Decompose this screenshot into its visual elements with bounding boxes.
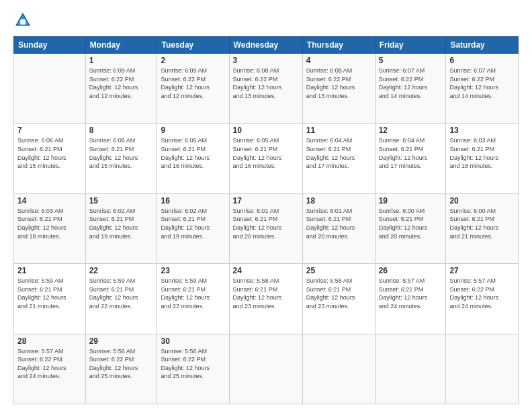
day-info: Sunrise: 6:04 AM Sunset: 6:21 PM Dayligh…	[379, 136, 443, 170]
calendar-cell: 4Sunrise: 6:08 AM Sunset: 6:22 PM Daylig…	[302, 54, 375, 124]
calendar-cell: 12Sunrise: 6:04 AM Sunset: 6:21 PM Dayli…	[375, 124, 446, 193]
day-info: Sunrise: 6:07 AM Sunset: 6:22 PM Dayligh…	[379, 66, 443, 100]
day-info: Sunrise: 6:06 AM Sunset: 6:21 PM Dayligh…	[89, 136, 154, 170]
svg-rect-2	[20, 19, 25, 24]
day-info: Sunrise: 6:00 AM Sunset: 6:21 PM Dayligh…	[379, 207, 443, 240]
day-number: 28	[17, 336, 82, 346]
calendar-cell: 28Sunrise: 5:57 AM Sunset: 6:22 PM Dayli…	[14, 334, 86, 404]
day-number: 4	[306, 56, 371, 65]
calendar-cell: 6Sunrise: 6:07 AM Sunset: 6:22 PM Daylig…	[446, 54, 519, 124]
calendar-cell: 3Sunrise: 6:08 AM Sunset: 6:22 PM Daylig…	[229, 54, 302, 124]
calendar-cell: 20Sunrise: 6:00 AM Sunset: 6:21 PM Dayli…	[446, 193, 519, 263]
calendar-cell: 1Sunrise: 6:09 AM Sunset: 6:22 PM Daylig…	[85, 54, 157, 124]
day-info: Sunrise: 5:57 AM Sunset: 6:22 PM Dayligh…	[17, 347, 82, 381]
day-number: 6	[449, 56, 515, 65]
calendar-header-saturday: Saturday	[446, 37, 519, 54]
calendar-cell: 29Sunrise: 5:56 AM Sunset: 6:22 PM Dayli…	[85, 334, 157, 404]
day-info: Sunrise: 6:01 AM Sunset: 6:21 PM Dayligh…	[306, 207, 371, 240]
day-info: Sunrise: 6:04 AM Sunset: 6:21 PM Dayligh…	[306, 136, 371, 170]
day-info: Sunrise: 5:59 AM Sunset: 6:21 PM Dayligh…	[89, 277, 154, 310]
calendar-cell: 19Sunrise: 6:00 AM Sunset: 6:21 PM Dayli…	[375, 193, 446, 263]
calendar-cell: 18Sunrise: 6:01 AM Sunset: 6:21 PM Dayli…	[302, 193, 375, 263]
calendar-week-row: 1Sunrise: 6:09 AM Sunset: 6:22 PM Daylig…	[14, 54, 519, 124]
calendar-cell: 2Sunrise: 6:09 AM Sunset: 6:22 PM Daylig…	[157, 54, 229, 124]
day-number: 14	[17, 196, 82, 205]
day-number: 19	[379, 196, 443, 205]
day-number: 10	[233, 126, 299, 135]
calendar-cell: 21Sunrise: 5:59 AM Sunset: 6:21 PM Dayli…	[14, 264, 86, 334]
day-number: 1	[89, 56, 154, 65]
day-info: Sunrise: 6:03 AM Sunset: 6:21 PM Dayligh…	[449, 136, 515, 170]
day-number: 7	[17, 126, 82, 135]
day-info: Sunrise: 5:59 AM Sunset: 6:21 PM Dayligh…	[161, 277, 225, 310]
day-info: Sunrise: 6:08 AM Sunset: 6:22 PM Dayligh…	[306, 66, 371, 100]
calendar-cell: 25Sunrise: 5:58 AM Sunset: 6:21 PM Dayli…	[302, 264, 375, 334]
calendar-cell: 26Sunrise: 5:57 AM Sunset: 6:21 PM Dayli…	[375, 264, 446, 334]
calendar-header-thursday: Thursday	[302, 37, 375, 54]
day-info: Sunrise: 6:09 AM Sunset: 6:22 PM Dayligh…	[161, 66, 225, 100]
day-number: 24	[233, 266, 299, 275]
day-info: Sunrise: 5:58 AM Sunset: 6:21 PM Dayligh…	[306, 277, 371, 310]
logo-icon	[13, 11, 32, 30]
day-info: Sunrise: 6:02 AM Sunset: 6:21 PM Dayligh…	[161, 207, 225, 240]
calendar-cell: 17Sunrise: 6:01 AM Sunset: 6:21 PM Dayli…	[229, 193, 302, 263]
day-info: Sunrise: 5:57 AM Sunset: 6:22 PM Dayligh…	[449, 277, 515, 310]
day-number: 26	[379, 266, 443, 275]
calendar-cell: 16Sunrise: 6:02 AM Sunset: 6:21 PM Dayli…	[157, 193, 229, 263]
calendar-header-wednesday: Wednesday	[229, 37, 302, 54]
day-number: 2	[161, 56, 225, 65]
calendar-cell: 24Sunrise: 5:58 AM Sunset: 6:21 PM Dayli…	[229, 264, 302, 334]
day-number: 27	[449, 266, 515, 275]
calendar-table: SundayMondayTuesdayWednesdayThursdayFrid…	[13, 36, 519, 404]
calendar-cell: 9Sunrise: 6:05 AM Sunset: 6:21 PM Daylig…	[157, 124, 229, 193]
calendar-cell: 27Sunrise: 5:57 AM Sunset: 6:22 PM Dayli…	[446, 264, 519, 334]
day-number: 8	[89, 126, 154, 135]
calendar-cell: 13Sunrise: 6:03 AM Sunset: 6:21 PM Dayli…	[446, 124, 519, 193]
day-number: 11	[306, 126, 371, 135]
page: SundayMondayTuesdayWednesdayThursdayFrid…	[0, 0, 532, 411]
day-number: 20	[449, 196, 515, 205]
day-number: 29	[89, 336, 154, 346]
calendar-week-row: 21Sunrise: 5:59 AM Sunset: 6:21 PM Dayli…	[14, 264, 519, 334]
calendar-cell: 15Sunrise: 6:02 AM Sunset: 6:21 PM Dayli…	[85, 193, 157, 263]
calendar-header-sunday: Sunday	[14, 37, 86, 54]
calendar-cell: 10Sunrise: 6:05 AM Sunset: 6:21 PM Dayli…	[229, 124, 302, 193]
day-info: Sunrise: 5:56 AM Sunset: 6:22 PM Dayligh…	[89, 347, 154, 381]
calendar-cell	[302, 334, 375, 404]
day-info: Sunrise: 6:00 AM Sunset: 6:21 PM Dayligh…	[449, 207, 515, 240]
calendar-cell	[446, 334, 519, 404]
day-info: Sunrise: 5:58 AM Sunset: 6:21 PM Dayligh…	[233, 277, 299, 310]
day-info: Sunrise: 5:57 AM Sunset: 6:21 PM Dayligh…	[379, 277, 443, 310]
calendar-cell: 30Sunrise: 5:56 AM Sunset: 6:22 PM Dayli…	[157, 334, 229, 404]
calendar-cell	[229, 334, 302, 404]
calendar-cell: 7Sunrise: 6:06 AM Sunset: 6:21 PM Daylig…	[14, 124, 86, 193]
day-info: Sunrise: 5:56 AM Sunset: 6:22 PM Dayligh…	[161, 347, 225, 381]
day-info: Sunrise: 6:07 AM Sunset: 6:22 PM Dayligh…	[449, 66, 515, 100]
day-number: 30	[161, 336, 225, 346]
day-info: Sunrise: 6:08 AM Sunset: 6:22 PM Dayligh…	[233, 66, 299, 100]
calendar-header-monday: Monday	[85, 37, 157, 54]
day-info: Sunrise: 6:09 AM Sunset: 6:22 PM Dayligh…	[89, 66, 154, 100]
day-info: Sunrise: 6:05 AM Sunset: 6:21 PM Dayligh…	[161, 136, 225, 170]
day-info: Sunrise: 6:01 AM Sunset: 6:21 PM Dayligh…	[233, 207, 299, 240]
day-number: 17	[233, 196, 299, 205]
calendar-cell: 23Sunrise: 5:59 AM Sunset: 6:21 PM Dayli…	[157, 264, 229, 334]
day-info: Sunrise: 6:02 AM Sunset: 6:21 PM Dayligh…	[89, 207, 154, 240]
day-info: Sunrise: 6:03 AM Sunset: 6:21 PM Dayligh…	[17, 207, 82, 240]
calendar-cell: 11Sunrise: 6:04 AM Sunset: 6:21 PM Dayli…	[302, 124, 375, 193]
calendar-cell	[14, 54, 86, 124]
calendar-header-tuesday: Tuesday	[157, 37, 229, 54]
calendar-header-friday: Friday	[375, 37, 446, 54]
header	[13, 11, 519, 30]
day-number: 18	[306, 196, 371, 205]
day-number: 25	[306, 266, 371, 275]
day-info: Sunrise: 6:06 AM Sunset: 6:21 PM Dayligh…	[17, 136, 82, 170]
calendar-cell: 22Sunrise: 5:59 AM Sunset: 6:21 PM Dayli…	[85, 264, 157, 334]
day-number: 9	[161, 126, 225, 135]
calendar-cell: 5Sunrise: 6:07 AM Sunset: 6:22 PM Daylig…	[375, 54, 446, 124]
day-number: 5	[379, 56, 443, 65]
day-number: 21	[17, 266, 82, 275]
calendar-cell: 8Sunrise: 6:06 AM Sunset: 6:21 PM Daylig…	[85, 124, 157, 193]
day-number: 22	[89, 266, 154, 275]
day-number: 16	[161, 196, 225, 205]
